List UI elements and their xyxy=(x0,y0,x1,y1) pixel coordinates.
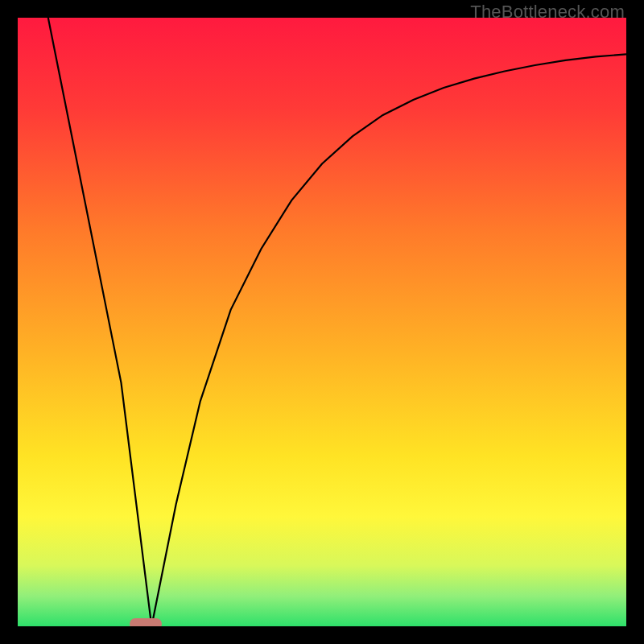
watermark-text: TheBottleneck.com xyxy=(470,2,625,23)
optimal-point-marker xyxy=(130,618,162,626)
plot-area xyxy=(18,18,626,626)
bottleneck-curve xyxy=(18,18,626,626)
